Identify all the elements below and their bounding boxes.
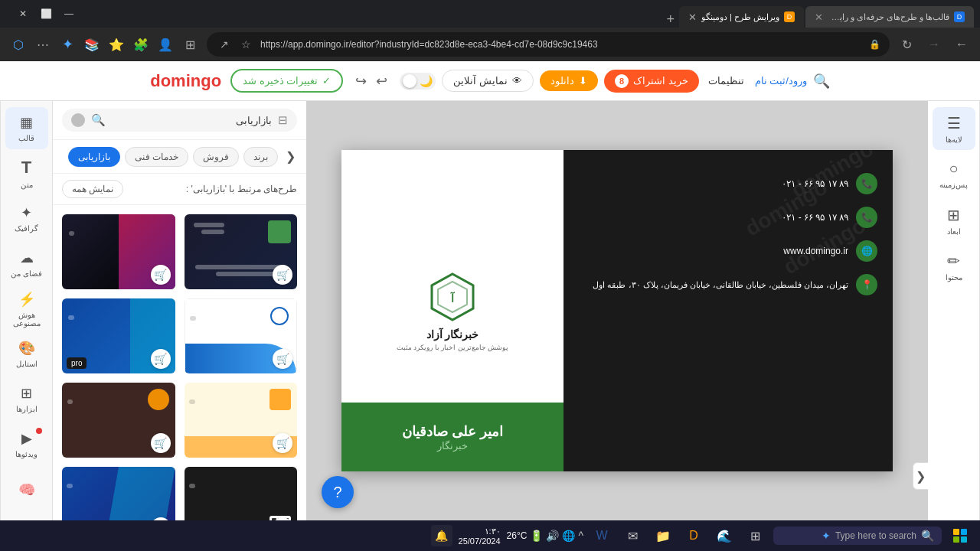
address-bar-icons: ☆ ↗ [216, 36, 254, 53]
canvas[interactable]: آ خبرنگار آزاد پوشش جامع‌ترین اخبار با ر… [341, 150, 893, 471]
category-tech[interactable]: خدمات فنی [125, 147, 188, 167]
battery-icon[interactable]: 🔋 [530, 530, 543, 542]
tab2-close[interactable]: ✕ [688, 11, 697, 23]
category-brand[interactable]: برند [243, 147, 278, 167]
tpl2-line2 [69, 231, 74, 236]
taskbar-copilot-icon: ✦ [822, 530, 831, 542]
videos-notification-dot [36, 428, 42, 434]
template-card-1[interactable]: 🛒 [183, 213, 299, 291]
rp-text-item[interactable]: T متن [5, 152, 48, 194]
theme-toggle[interactable]: 🌙 [400, 73, 436, 90]
search-area: ⊟ 🔍 [53, 101, 306, 140]
rp-tools-item[interactable]: ⊞ ابزارها [5, 378, 48, 420]
redo-button[interactable]: ↪ [352, 70, 370, 93]
template-4-cart-button[interactable]: 🛒 [151, 349, 171, 369]
rp-cloud-item[interactable]: ☁ فضای من [5, 243, 48, 285]
tpl7-line2 [189, 484, 194, 488]
profile-icon[interactable]: 👤 [155, 34, 176, 55]
sidebar-item-background[interactable]: ○ پس‌زمینه [933, 153, 975, 196]
sidebar-item-layers[interactable]: ☰ لایه‌ها [933, 107, 975, 150]
edge-icon[interactable]: ⬡ [8, 34, 29, 55]
search-header-icon[interactable]: 🔍 [813, 73, 830, 90]
taskbar-app-edge[interactable]: 🌊 [710, 522, 738, 549]
rp-brain-item[interactable]: 🧠 [5, 468, 48, 510]
taskbar-app-explorer[interactable]: 📁 [649, 522, 677, 549]
address-bar[interactable]: 🔒 https://app.domingo.ir/editor?industry… [207, 32, 890, 57]
collapse-panel-button[interactable]: ❮ [913, 462, 928, 490]
online-preview-button[interactable]: 👁 نمایش آنلاین [442, 70, 534, 92]
reload-button[interactable]: ↻ [896, 34, 917, 55]
rp-ai-item[interactable]: ⚡ هوش مصنوعی [5, 288, 48, 330]
tpl1-accent [268, 220, 291, 243]
rp-graphic-item[interactable]: ✦ گرافیک [5, 197, 48, 240]
network-icon[interactable]: 🌐 [562, 530, 575, 542]
filter-icon[interactable]: ⊟ [278, 113, 288, 127]
mail-icon: ✉ [628, 529, 638, 543]
sidebar-item-content[interactable]: ✏ محتوا [933, 245, 975, 288]
taskbar-app-mail[interactable]: ✉ [619, 522, 646, 549]
chevron-icon[interactable]: ^ [578, 530, 583, 542]
tab-2[interactable]: D ویرایش طرح | دومینگو ✕ [679, 6, 804, 28]
settings-button[interactable]: تنظیمات [708, 75, 744, 86]
rp-videos-item[interactable]: ▶ ویدئوها [5, 423, 48, 465]
template-card-2[interactable]: 🛒 [60, 213, 177, 291]
tpl4-text [70, 306, 79, 322]
card-contact-info: 📞 ۰۲۱ - ۶۶ ۹۵ ۱۷ ۸۹ 📞 ۰۲۱ - ۶۶ ۹۵ ۱۷ ۸۹ … [593, 173, 877, 295]
subscribe-button[interactable]: خرید اشتراک 8 [604, 70, 699, 93]
add-tab-button[interactable]: + [663, 11, 678, 28]
template-5-cart-button[interactable]: 🛒 [273, 433, 292, 453]
template-3-cart-button[interactable]: 🛒 [273, 349, 292, 369]
minimize-button[interactable]: — [58, 3, 80, 24]
template-search-input[interactable] [112, 115, 272, 126]
notification-button[interactable]: 🔔 [431, 525, 452, 546]
template-6-cart-button[interactable]: 🛒 [151, 433, 171, 453]
template-card-5[interactable]: 🛒 [183, 381, 299, 459]
maximize-button[interactable]: ⬜ [35, 3, 57, 24]
rp-style-item[interactable]: 🎨 استایل [5, 333, 48, 375]
tools-label: ابزارها [16, 405, 38, 413]
save-button[interactable]: ✓ تغییرات ذخیره شد [230, 69, 343, 93]
forward-button[interactable]: → [923, 34, 945, 55]
more-menu[interactable]: ⋯ [32, 34, 54, 55]
volume-icon[interactable]: 🔊 [546, 530, 559, 542]
template-card-4[interactable]: ⬡ 🛒 pro [60, 297, 177, 375]
search-icon[interactable]: 🔍 [91, 113, 106, 127]
background-label: پس‌زمینه [939, 181, 968, 189]
close-button[interactable]: ✕ [12, 3, 34, 24]
category-arrow-button[interactable]: ❮ [283, 146, 299, 167]
results-header: طرح‌های مرتبط با 'بازاریابی' : نمایش همه [53, 174, 306, 205]
apps-icon[interactable]: ⊞ [179, 34, 201, 55]
template-2-cart-button[interactable]: 🛒 [151, 265, 171, 285]
start-button[interactable] [946, 522, 974, 549]
category-sell[interactable]: فروش [193, 147, 239, 167]
help-button[interactable]: ? [322, 476, 354, 508]
tab-1[interactable]: D قالب‌ها و طرح‌های حرفه‌ای و رایگان ✕ [805, 6, 974, 28]
login-button[interactable]: ورود/ثبت نام [755, 75, 807, 86]
right-panel: ⊟ 🔍 ❮ برند فروش خدمات فنی [0, 101, 306, 551]
template-card-6[interactable]: 🛒 [60, 381, 177, 459]
sidebar-item-dimensions[interactable]: ⊞ ابعاد [933, 199, 975, 242]
copilot-icon[interactable]: ✦ [57, 34, 78, 55]
rp-template-item[interactable]: ▦ قالب [5, 107, 48, 149]
taskbar-app-domingo[interactable]: D [680, 522, 707, 549]
category-marketing[interactable]: بازاریابی [68, 147, 120, 167]
category-tabs: ❮ برند فروش خدمات فنی بازاریابی [53, 140, 306, 174]
template-1-cart-button[interactable]: 🛒 [273, 265, 292, 285]
collections-icon[interactable]: 📚 [81, 34, 103, 55]
taskbar-app-word[interactable]: W [588, 522, 616, 549]
results-text: طرح‌های مرتبط با 'بازاریابی' : [186, 184, 297, 194]
favorites-icon[interactable]: ⭐ [106, 34, 127, 55]
taskbar-app-taskview[interactable]: ⊞ [741, 522, 769, 549]
tab1-close[interactable]: ✕ [815, 11, 823, 23]
star-icon[interactable]: ☆ [237, 36, 254, 53]
back-button[interactable]: ← [951, 34, 972, 55]
template-card-3[interactable]: 🛒 [183, 297, 299, 375]
search-clear-icon[interactable] [71, 113, 85, 127]
undo-button[interactable]: ↩ [373, 70, 390, 93]
show-all-button[interactable]: نمایش همه [62, 180, 123, 198]
temperature-text: 26°C [507, 530, 528, 541]
download-button[interactable]: ⬇ دانلود [540, 70, 598, 91]
extensions-icon[interactable]: 🧩 [130, 34, 152, 55]
taskbar-search-bar[interactable]: 🔍 Type here to search ✦ [773, 527, 942, 545]
share-icon[interactable]: ↗ [216, 36, 233, 53]
